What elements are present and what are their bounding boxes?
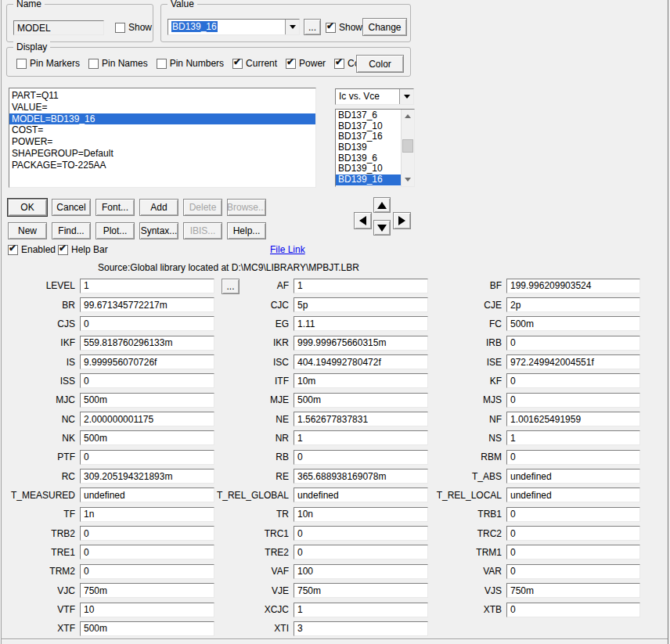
color-button[interactable]: Color [356,55,404,73]
model-item[interactable]: BD139 [336,142,401,153]
param-field-t-rel-local[interactable] [506,487,640,502]
param-field-cjc[interactable] [294,297,428,312]
param-field-is[interactable] [80,354,214,369]
param-field-nf[interactable] [506,412,640,426]
model-item[interactable]: BD139_6 [336,153,401,164]
value-combo[interactable]: BD139_16 [168,19,300,35]
value-combo-dropdown-button[interactable] [285,20,299,34]
param-field-trc2[interactable] [506,526,640,541]
param-field-xti[interactable] [294,621,428,636]
param-field-tre1[interactable] [80,545,214,559]
param-field-tr[interactable] [294,507,428,522]
model-list-scrollbar[interactable] [401,110,414,186]
param-field-kf[interactable] [506,373,640,388]
arrow-right-button[interactable] [393,212,411,229]
param-field-mje[interactable] [294,393,428,408]
add-button[interactable]: Add [139,199,178,216]
param-field-nk[interactable] [80,430,214,445]
param-field-vtf[interactable] [80,603,214,617]
checkbox-name-show[interactable]: Show [115,22,152,33]
param-field-af[interactable] [294,279,428,293]
param-field-ns[interactable] [506,430,640,445]
checkbox-value-show[interactable]: ✔ Show [326,22,362,33]
param-field-xtf[interactable] [80,621,214,636]
param-field-ikr[interactable] [294,336,428,351]
param-field-vjc[interactable] [80,583,214,598]
param-field-bf[interactable] [506,279,640,293]
param-field-tf[interactable] [80,507,214,522]
param-field-t-abs[interactable] [506,469,640,484]
param-field-rbm[interactable] [506,450,640,465]
font-button[interactable]: Font... [95,199,135,216]
plot-type-combo[interactable]: Ic vs. Vce [335,88,414,105]
checkbox-pin-numbers[interactable]: Pin Numbers [157,58,224,69]
param-field-xtb[interactable] [506,603,640,617]
arrow-down-button[interactable] [373,220,391,236]
syntax-button[interactable]: Syntax... [139,222,178,239]
param-field-vjs[interactable] [506,583,640,598]
attribute-item[interactable]: SHAPEGROUP=Default [9,148,315,160]
param-field-rc[interactable] [80,469,214,484]
checkbox-current[interactable]: ✔Current [232,58,277,69]
param-field-t-measured[interactable] [80,487,214,502]
attribute-item[interactable]: COST= [9,124,315,136]
model-item[interactable]: BD137_6 [336,110,401,121]
model-item[interactable]: BD139_16 [336,174,401,185]
attribute-item[interactable]: VALUE= [9,102,315,113]
plot-combo-dropdown-button[interactable] [399,89,413,104]
new-button[interactable]: New [8,222,47,239]
param-field-itf[interactable] [294,373,428,388]
param-field-var[interactable] [506,564,640,579]
param-field-ise[interactable] [506,354,640,369]
attribute-item[interactable]: MODEL=BD139_16 [9,113,315,125]
checkbox-power[interactable]: ✔Power [286,58,326,69]
checkbox-enabled[interactable]: ✔ Enabled [8,244,56,255]
attribute-item[interactable]: POWER= [9,136,315,148]
value-more-button[interactable]: ... [304,19,321,35]
model-item[interactable]: BD137_16 [336,131,401,142]
scroll-up-button[interactable] [402,110,414,123]
param-field-trm1[interactable] [506,545,640,559]
param-field-nc[interactable] [80,412,214,426]
help-button[interactable]: Help... [227,222,266,239]
cancel-button[interactable]: Cancel [52,199,91,216]
param-field-ne[interactable] [294,412,428,426]
param-field-re[interactable] [294,469,428,484]
model-item[interactable]: BD137_10 [336,121,401,132]
arrow-left-button[interactable] [354,212,372,229]
param-field-irb[interactable] [506,336,640,351]
param-field-trm2[interactable] [80,564,214,579]
param-field-ptf[interactable] [80,450,214,465]
find-button[interactable]: Find... [52,222,91,239]
model-item[interactable]: BD139_10 [336,164,401,174]
arrow-up-button[interactable] [373,197,391,213]
change-button[interactable]: Change [362,18,407,36]
param-field-cje[interactable] [506,297,640,312]
file-link[interactable]: File Link [270,244,305,255]
scroll-down-button[interactable] [402,173,414,186]
param-field-iss[interactable] [80,373,214,388]
param-field-tre2[interactable] [294,545,428,559]
name-input[interactable] [13,20,104,35]
scrollbar-thumb[interactable] [402,139,413,153]
param-field-isc[interactable] [294,354,428,369]
param-field-mjc[interactable] [80,393,214,408]
param-field-eg[interactable] [294,316,428,331]
param-field-level[interactable] [80,279,214,293]
param-field-mjs[interactable] [506,393,640,408]
ok-button[interactable]: OK [8,199,47,216]
attribute-item[interactable]: PACKAGE=TO-225AA [9,160,315,171]
param-field-br[interactable] [80,297,214,312]
param-field-ikf[interactable] [80,336,214,351]
param-field-trb2[interactable] [80,526,214,541]
checkbox-pin-markers[interactable]: Pin Markers [16,58,80,69]
checkbox-pin-names[interactable]: Pin Names [88,58,148,69]
param-field-cjs[interactable] [80,316,214,331]
param-field-trc1[interactable] [294,526,428,541]
param-field-t-rel-global[interactable] [294,487,428,502]
param-field-xcjc[interactable] [294,603,428,617]
checkbox-help-bar[interactable]: ✔ Help Bar [58,244,108,255]
param-field-trb1[interactable] [506,507,640,522]
param-field-vaf[interactable] [294,564,428,579]
param-field-vje[interactable] [294,583,428,598]
